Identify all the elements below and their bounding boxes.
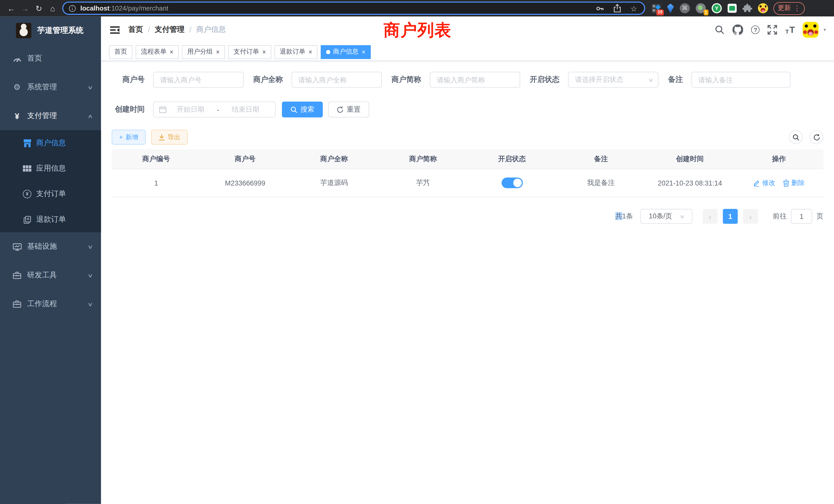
merchant-table: 商户编号 商户号 商户全称 商户简称 开启状态 备注 创建时间 操作 1 M23… [112,150,824,197]
sidebar-item-merchant-info[interactable]: 商户信息 [0,130,101,156]
cell-full-name: 芋道源码 [290,178,378,188]
close-icon[interactable]: × [262,49,266,55]
extension-badge: 10 [656,9,664,15]
refresh-button[interactable] [810,130,824,144]
address-bar[interactable]: localhost:1024/pay/merchant ☆ [62,2,645,15]
breadcrumb-payment[interactable]: 支付管理 [155,25,184,35]
extension-icon[interactable]: ⌘ [680,3,690,13]
help-icon[interactable]: ? [751,25,760,34]
breadcrumb-home[interactable]: 首页 [128,25,143,35]
extension-icon[interactable] [667,3,674,13]
merchant-no-input[interactable] [153,72,244,88]
sidebar-item-pay-order[interactable]: ¥ 支付订单 [0,181,101,207]
export-button[interactable]: 导出 [151,130,188,144]
tab-pay-order[interactable]: 支付订单 × [228,45,271,59]
tab-refund-order[interactable]: 退款订单 × [275,45,317,59]
close-icon[interactable]: × [362,49,366,55]
add-button[interactable]: + 新增 [112,130,146,144]
sidebar-item-home[interactable]: 首页 [0,44,101,73]
delete-button[interactable]: 删除 [783,178,805,187]
sidebar-collapse-icon[interactable] [110,25,120,34]
page-size-select[interactable]: 10条/页 ∨ [640,209,693,224]
caret-down-icon[interactable]: ▾ [824,27,826,32]
github-icon[interactable] [732,24,743,35]
extensions-toolbar: 10 ⌘ 1 Y [652,3,768,13]
app-logo: 芋道管理系统 [0,17,101,44]
extension-icon[interactable]: 10 [652,3,661,13]
sidebar-item-infrastructure[interactable]: 基础设施 ∨ [0,232,101,261]
sidebar-item-refund-order[interactable]: 退款订单 [0,207,101,232]
close-icon[interactable]: × [170,49,174,55]
status-select[interactable]: 请选择开启状态 ∨ [568,72,658,88]
show-search-button[interactable] [789,130,803,144]
update-button[interactable]: 更新 ⋮ [773,2,805,15]
url-text: localhost:1024/pay/merchant [80,5,596,12]
font-size-icon[interactable]: TT [785,25,795,34]
edit-button[interactable]: 修改 [753,178,775,187]
page-unit-label: 页 [816,211,824,221]
full-name-input[interactable] [291,72,382,88]
extension-icon[interactable]: 1 [696,3,706,13]
browser-menu-icon[interactable]: ⋮ [794,4,800,12]
tab-merchant-info[interactable]: 商户信息 × [321,45,371,59]
share-icon[interactable] [613,4,621,13]
reset-button[interactable]: 重置 [328,101,369,117]
extension-icon[interactable] [758,3,768,13]
remark-input[interactable] [692,72,790,88]
column-header: 商户号 [200,154,289,164]
extensions-menu-icon[interactable] [743,3,752,13]
create-time-label: 创建时间 [112,105,145,114]
page-1-button[interactable]: 1 [723,209,738,224]
payment-submenu: 商户信息 应用信息 ¥ 支付订单 退款订单 [0,130,101,232]
cell-id: 1 [112,179,200,187]
column-header: 操作 [734,154,823,164]
search-icon[interactable] [715,25,725,35]
info-icon[interactable] [69,5,76,12]
tab-home[interactable]: 首页 [109,45,132,59]
total-text: 共1条 [615,211,633,221]
goto-label: 前往 [773,211,787,221]
gear-icon: ⚙ [12,83,22,92]
date-end-placeholder: 结束日期 [221,105,270,114]
extension-icon[interactable] [728,4,737,13]
fullscreen-icon[interactable] [768,25,777,35]
tab-user-group[interactable]: 用户分组 × [182,45,225,59]
sidebar-item-app-info[interactable]: 应用信息 [0,156,101,181]
back-icon[interactable]: ← [4,0,18,17]
annotation-overlay: 商户列表 [383,19,452,42]
reload-icon[interactable]: ↻ [32,0,46,17]
column-header: 商户简称 [378,154,467,164]
tab-process-form[interactable]: 流程表单 × [136,45,179,59]
sidebar-item-system[interactable]: ⚙ 系统管理 ∨ [0,73,101,101]
yen-circle-icon: ¥ [22,190,32,198]
search-button[interactable]: 搜索 [282,101,323,117]
extension-icon[interactable]: Y [712,3,722,13]
chevron-up-icon: ∧ [87,113,93,119]
search-icon [792,134,799,141]
merchant-no-label: 商户号 [112,75,145,85]
edit-pen-icon [753,179,760,186]
close-icon[interactable]: × [309,49,312,55]
sidebar-item-dev-tools[interactable]: 研发工具 ∨ [0,261,101,290]
column-header: 商户编号 [112,154,200,164]
short-name-input[interactable] [430,72,520,88]
avatar[interactable] [803,22,819,38]
chevron-down-icon: ∨ [87,273,93,278]
close-icon[interactable]: × [216,49,220,55]
pagination: 共1条 10条/页 ∨ ‹ 1 › 前往 页 [112,209,824,224]
sidebar-item-workflow[interactable]: 工作流程 ∨ [0,290,101,318]
chevron-down-icon: ∨ [648,77,653,83]
home-icon[interactable]: ⌂ [46,0,60,17]
sidebar-item-payment[interactable]: ¥ 支付管理 ∧ [0,101,101,130]
next-page-button[interactable]: › [743,209,758,224]
date-range-picker[interactable]: 开始日期 - 结束日期 [153,101,276,117]
cell-create-time: 2021-10-23 08:31:14 [645,179,734,187]
password-key-icon[interactable] [596,4,605,13]
goto-page-input[interactable] [791,209,812,224]
chevron-down-icon: ∨ [679,213,685,220]
forward-icon[interactable]: → [18,0,32,17]
bookmark-star-icon[interactable]: ☆ [631,5,637,12]
toolbox-icon [12,272,22,279]
prev-page-button[interactable]: ‹ [703,209,718,224]
status-toggle[interactable] [502,178,523,188]
